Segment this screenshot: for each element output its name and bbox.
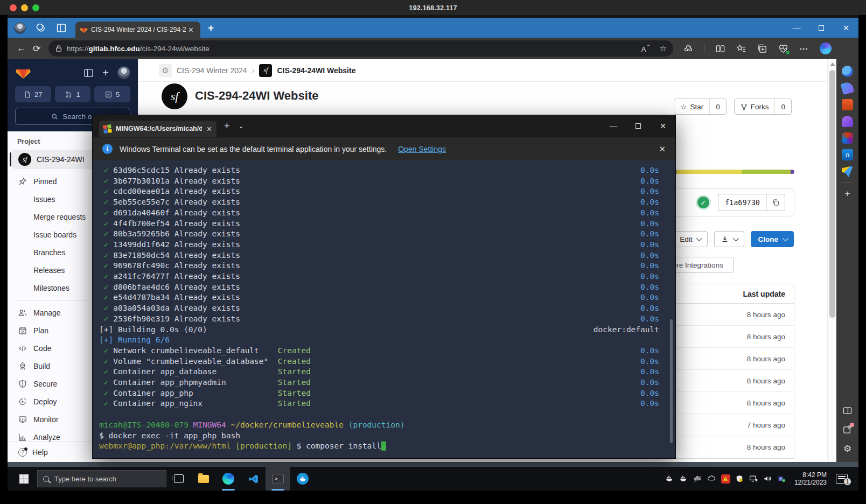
star-button[interactable]: ☆Star 0 <box>674 99 726 115</box>
outlook-icon[interactable]: o <box>842 149 853 160</box>
copy-commit-icon[interactable] <box>766 194 785 211</box>
shopping-icon[interactable] <box>841 81 855 95</box>
last-update-time: 7 hours ago <box>708 421 794 429</box>
collections-icon[interactable] <box>757 44 767 54</box>
clock-date: 12/21/2023 <box>794 479 827 486</box>
edge-taskbar-button[interactable] <box>216 467 241 491</box>
page-scrollbar[interactable] <box>827 59 836 462</box>
terminal-minimize-button[interactable]: — <box>601 115 626 137</box>
tab-close-icon[interactable]: ✕ <box>186 26 196 34</box>
terminal-line: ✓ 80b3a59265b6 Already exists0.0s <box>99 229 659 240</box>
vertical-tabs-icon[interactable] <box>56 23 67 33</box>
download-dropdown-button[interactable] <box>714 231 744 247</box>
terminal-tab-close-icon[interactable]: ✕ <box>206 125 212 133</box>
docker-taskbar-button[interactable] <box>290 467 315 491</box>
terminal-line: ✓ Volume "crumbelieveable_database" Crea… <box>99 356 659 367</box>
read-aloud-icon[interactable]: A⌃ <box>641 44 651 53</box>
edit-dropdown-button[interactable]: Edit <box>673 231 708 247</box>
scrollbar-up-arrow[interactable] <box>830 62 835 66</box>
open-external-icon[interactable] <box>842 424 853 435</box>
sidebar-search-icon[interactable] <box>842 66 853 77</box>
windows-taskbar: Type here to search >_ <box>8 467 858 491</box>
pin-icon <box>18 177 27 186</box>
issues-count-chip[interactable]: 27 <box>15 86 51 102</box>
workspaces-icon[interactable] <box>36 23 46 33</box>
address-bar[interactable]: https://gitlab.hfcc.edu/cis-294-24wi/web… <box>48 40 673 57</box>
terminal-line: ✓ 969678fc490c Already exists0.0s <box>99 261 659 271</box>
terminal-tab[interactable]: MINGW64:/c/Users/micah/do ✕ <box>99 121 216 137</box>
defender-shield-icon[interactable]: ! <box>735 474 744 484</box>
forks-button[interactable]: Forks 0 <box>734 99 792 115</box>
creative-cloud-icon[interactable] <box>707 474 716 484</box>
gitlab-favicon <box>80 26 88 34</box>
terminal-tab-dropdown-icon[interactable]: ⌄ <box>239 122 244 130</box>
pipeline-passed-icon[interactable]: ✓ <box>697 197 709 208</box>
terminal-line: ✓ cdcd00eae01a Already exists0.0s <box>99 186 659 197</box>
alert-red-icon[interactable]: ! <box>721 474 730 484</box>
teams-icon[interactable]: T <box>777 474 786 484</box>
merge-requests-count-chip[interactable]: 1 <box>55 86 91 102</box>
repo-actions: Edit Clone <box>673 231 794 247</box>
side-pane-icon[interactable] <box>842 405 853 416</box>
tools-icon[interactable] <box>842 99 853 110</box>
file-explorer-button[interactable] <box>191 467 216 491</box>
create-new-icon[interactable]: + <box>102 67 109 79</box>
terminal-new-tab-button[interactable]: + <box>224 121 230 132</box>
terminal-line: webmxr@app_php:/var/www/html [production… <box>99 441 659 452</box>
terminal-maximize-button[interactable] <box>626 115 651 137</box>
commit-hash[interactable]: f1a69730 <box>718 194 766 211</box>
back-icon[interactable]: ← <box>14 43 29 54</box>
games-icon[interactable] <box>842 116 853 127</box>
terminal-taskbar-button[interactable]: >_ <box>266 467 290 491</box>
notification-center-icon[interactable]: 1 <box>836 474 848 484</box>
more-menu-icon[interactable]: ⋯ <box>799 44 809 54</box>
gitlab-user-avatar[interactable] <box>117 66 130 79</box>
breadcrumb-group-link[interactable]: CIS-294 Winter 2024 <box>177 66 247 75</box>
scrollbar-thumb[interactable] <box>829 70 835 318</box>
notification-close-icon[interactable]: ✕ <box>659 144 666 154</box>
terminal-output[interactable]: ✓ 63d96c5cdc15 Already exists0.0s ✓ 3b67… <box>93 160 675 458</box>
last-update-time: 8 hours ago <box>708 443 794 451</box>
svg-text:!: ! <box>725 478 726 481</box>
favorite-star-icon[interactable]: ☆ <box>660 44 667 53</box>
sidebar-settings-icon[interactable]: ⚙ <box>843 443 851 454</box>
new-tab-button[interactable]: + <box>208 22 214 34</box>
terminal-scrollbar-thumb[interactable] <box>670 319 673 443</box>
tray-docker-icon-2[interactable] <box>679 474 688 484</box>
customize-sidebar-icon[interactable]: + <box>845 188 850 199</box>
drop-icon[interactable] <box>842 166 853 177</box>
sidebar-divider <box>842 183 854 183</box>
onedrive-paused-icon[interactable] <box>693 474 702 484</box>
browser-profile-avatar[interactable] <box>14 22 26 34</box>
extensions-icon[interactable] <box>683 44 693 54</box>
refresh-icon[interactable]: ⟳ <box>29 43 44 54</box>
todos-count-chip[interactable]: 5 <box>94 86 130 102</box>
split-screen-icon[interactable] <box>715 44 725 54</box>
volume-icon[interactable] <box>763 474 772 484</box>
vscode-taskbar-button[interactable] <box>241 467 266 491</box>
breadcrumb-project-link[interactable]: CIS-294-24WI Website <box>277 66 355 75</box>
browser-tab[interactable]: CIS-294 Winter 2024 / CIS-294-2 ✕ <box>75 22 200 38</box>
terminal-line: ✓ 83e71850dc54 Already exists0.0s <box>99 250 659 261</box>
taskbar-clock[interactable]: 8:42 PM 12/21/2023 <box>794 471 827 486</box>
taskbar-search-box[interactable]: Type here to search <box>37 470 166 487</box>
microsoft365-icon[interactable] <box>842 132 853 144</box>
task-view-button[interactable] <box>166 467 191 491</box>
terminal-tab-title: MINGW64:/c/Users/micah/do <box>116 125 202 132</box>
display-network-icon[interactable] <box>749 474 758 484</box>
lock-icon <box>55 45 62 52</box>
tray-docker-icon-1[interactable] <box>665 474 674 484</box>
copilot-icon[interactable] <box>820 43 832 54</box>
open-settings-link[interactable]: Open Settings <box>398 145 446 153</box>
browser-essentials-icon[interactable] <box>778 44 788 54</box>
clock-time: 8:42 PM <box>794 471 827 479</box>
clone-dropdown-button[interactable]: Clone <box>751 231 794 247</box>
terminal-close-button[interactable]: ✕ <box>651 115 675 137</box>
edge-close-button[interactable]: ✕ <box>834 18 858 38</box>
favorites-bar-icon[interactable] <box>736 44 746 54</box>
edge-minimize-button[interactable]: — <box>784 18 809 38</box>
start-button[interactable] <box>19 474 29 484</box>
gitlab-logo[interactable] <box>15 65 31 81</box>
edge-maximize-button[interactable] <box>809 18 834 38</box>
sidebar-toggle-icon[interactable] <box>83 68 94 78</box>
